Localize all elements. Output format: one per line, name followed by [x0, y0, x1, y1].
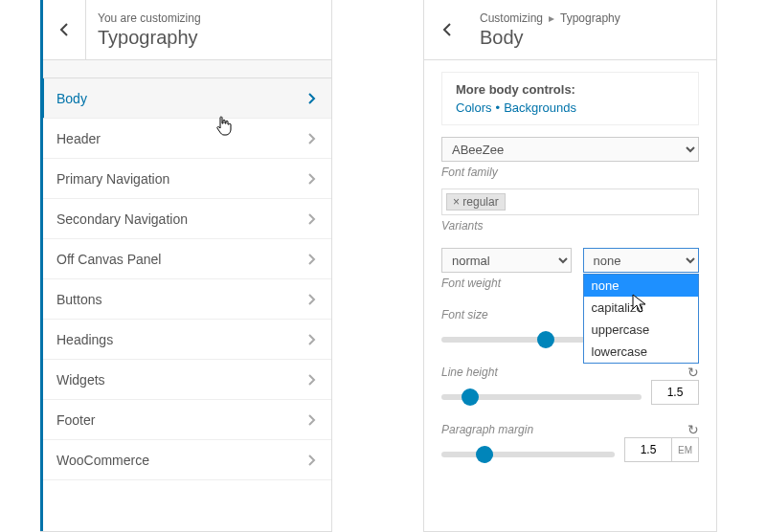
- transform-option-none[interactable]: none: [584, 275, 699, 297]
- section-item-label: Primary Navigation: [56, 171, 169, 187]
- chevron-right-icon: [308, 334, 316, 345]
- breadcrumb: Customizing▸Typography: [480, 11, 620, 25]
- header-pretext: You are customizing: [98, 11, 201, 25]
- section-item-body[interactable]: Body: [40, 78, 331, 119]
- line-height-slider[interactable]: [441, 394, 642, 400]
- link-colors[interactable]: Colors: [456, 100, 492, 115]
- breadcrumb-section: Typography: [560, 11, 620, 25]
- font-weight-select[interactable]: normal: [441, 248, 572, 273]
- paragraph-margin-unit: EM: [671, 438, 698, 461]
- line-height-label: Line height: [441, 366, 498, 379]
- variants-input[interactable]: × regular: [441, 188, 699, 215]
- section-item-widgets[interactable]: Widgets: [41, 360, 331, 400]
- chevron-right-icon: [308, 213, 316, 225]
- section-item-label: Footer: [56, 412, 95, 428]
- chevron-right-icon: [308, 374, 316, 386]
- text-transform-select[interactable]: none: [583, 248, 700, 273]
- transform-option-uppercase[interactable]: uppercase: [584, 319, 699, 341]
- section-item-label: Widgets: [56, 372, 105, 388]
- customizer-section-list: You are customizing Typography BodyHeade…: [40, 0, 332, 532]
- panel-header: Customizing▸Typography Body: [424, 0, 716, 60]
- chevron-right-icon: [308, 133, 316, 144]
- reset-line-height[interactable]: ↻: [687, 365, 699, 380]
- chevron-left-icon: [59, 23, 68, 36]
- section-item-header[interactable]: Header: [41, 119, 331, 159]
- panel-header: You are customizing Typography: [41, 0, 331, 60]
- slider-thumb[interactable]: [537, 331, 554, 348]
- more-controls-box: More body controls: Colors•Backgrounds: [441, 72, 699, 125]
- section-item-headings[interactable]: Headings: [41, 320, 331, 360]
- chevron-right-icon: [308, 454, 316, 466]
- paragraph-margin-label: Paragraph margin: [441, 423, 533, 436]
- paragraph-margin-input[interactable]: [625, 438, 671, 461]
- chevron-right-icon: ▸: [549, 11, 554, 25]
- transform-option-capitalize[interactable]: capitalize: [584, 297, 699, 319]
- chevron-right-icon: [308, 294, 316, 305]
- transform-option-lowercase[interactable]: lowercase: [584, 341, 699, 363]
- section-item-off-canvas-panel[interactable]: Off Canvas Panel: [41, 239, 331, 279]
- slider-thumb[interactable]: [462, 388, 479, 406]
- section-item-primary-navigation[interactable]: Primary Navigation: [41, 159, 331, 199]
- line-height-valuebox: [651, 380, 699, 405]
- font-family-select[interactable]: ABeeZee: [441, 137, 699, 162]
- chevron-right-icon: [308, 254, 316, 265]
- header-title: Typography: [98, 27, 201, 49]
- section-item-label: Body: [56, 91, 87, 106]
- section-item-label: Headings: [56, 332, 113, 347]
- section-item-label: Secondary Navigation: [56, 211, 188, 227]
- paragraph-margin-valuebox: EM: [624, 437, 699, 462]
- font-family-label: Font family: [441, 166, 699, 179]
- header-title: Body: [480, 27, 620, 49]
- breadcrumb-root: Customizing: [480, 11, 543, 25]
- chevron-right-icon: [308, 173, 316, 185]
- customizer-body-panel: Customizing▸Typography Body More body co…: [423, 0, 717, 532]
- section-item-label: Off Canvas Panel: [56, 252, 161, 267]
- font-size-label: Font size: [441, 308, 488, 321]
- variant-tag-regular[interactable]: × regular: [446, 193, 506, 211]
- spacer: [41, 60, 331, 78]
- more-controls-title: More body controls:: [456, 82, 685, 97]
- chevron-left-icon: [442, 23, 451, 36]
- section-item-secondary-navigation[interactable]: Secondary Navigation: [41, 199, 331, 239]
- variants-label: Variants: [441, 219, 699, 233]
- section-item-label: WooCommerce: [56, 453, 149, 468]
- link-backgrounds[interactable]: Backgrounds: [504, 100, 576, 115]
- line-height-input[interactable]: [652, 381, 698, 404]
- separator-dot: •: [496, 100, 501, 115]
- chevron-right-icon: [308, 93, 316, 104]
- section-item-footer[interactable]: Footer: [41, 400, 331, 440]
- back-button[interactable]: [41, 0, 86, 59]
- reset-paragraph-margin[interactable]: ↻: [687, 422, 699, 437]
- text-transform-dropdown-list: nonecapitalizeuppercaselowercase: [583, 274, 700, 364]
- section-item-woocommerce[interactable]: WooCommerce: [41, 440, 331, 480]
- slider-thumb[interactable]: [476, 446, 493, 463]
- chevron-right-icon: [308, 414, 316, 426]
- section-item-buttons[interactable]: Buttons: [41, 279, 331, 320]
- section-item-label: Buttons: [56, 292, 101, 307]
- back-button[interactable]: [424, 0, 468, 59]
- paragraph-margin-slider[interactable]: [441, 452, 615, 457]
- section-item-label: Header: [56, 131, 101, 146]
